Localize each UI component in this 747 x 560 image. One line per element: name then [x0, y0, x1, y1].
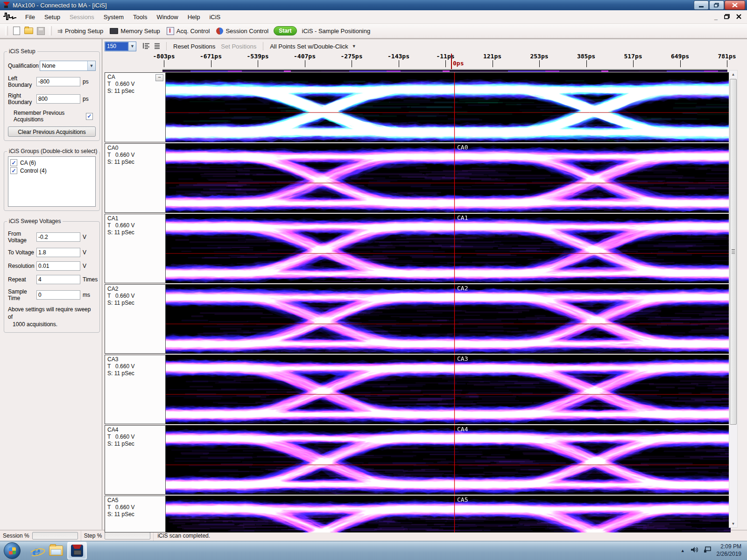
workspace: iCiS Setup Qualification None ▼ Left Bou…: [0, 38, 747, 530]
sweep-row-input[interactable]: [36, 248, 80, 257]
axis-tick-label: -539ps: [247, 53, 269, 60]
eye-diagram-ca1[interactable]: [166, 214, 731, 283]
scrollbar-track[interactable]: [729, 78, 737, 520]
menu-item-sessions[interactable]: Sessions: [65, 12, 99, 22]
list-icon[interactable]: [154, 42, 161, 50]
sweep-note: Above settings will require sweep of 100…: [8, 306, 96, 329]
internet-explorer-icon[interactable]: e: [26, 542, 45, 559]
axis-tick-label: 385ps: [577, 53, 595, 60]
channel-row-ca2: CA2T 0.660 VS: 11 pSec: [105, 284, 747, 354]
menu-item-tools[interactable]: Tools: [128, 12, 152, 22]
align-left-list-icon[interactable]: [143, 42, 150, 50]
remember-acquisitions-label: Remember Previous Acquisitions: [14, 110, 83, 123]
file-explorer-icon[interactable]: [47, 542, 65, 559]
remember-acquisitions-checkbox[interactable]: ✓: [86, 113, 93, 120]
new-file-icon[interactable]: [12, 26, 21, 35]
channel-sample-time: S: 11 pSec: [107, 159, 164, 165]
start-orb[interactable]: [4, 542, 21, 559]
start-button[interactable]: Start: [274, 26, 296, 35]
tray-expand-icon[interactable]: ▲: [681, 548, 685, 553]
volume-icon[interactable]: [691, 546, 698, 555]
menu-item-icis[interactable]: iCiS: [204, 12, 225, 22]
max100-app-icon[interactable]: [67, 542, 87, 560]
sweep-row-input[interactable]: [36, 290, 80, 300]
open-file-icon[interactable]: [24, 26, 33, 35]
channel-name: CA5: [107, 497, 164, 504]
sweep-row-input[interactable]: [36, 275, 80, 284]
memory-setup-button[interactable]: Memory Setup: [106, 26, 163, 36]
channel-name: CA2: [107, 286, 164, 292]
minimize-button[interactable]: [694, 0, 709, 10]
taskbar-clock[interactable]: 2:09 PM 2/26/2019: [717, 543, 741, 558]
time-cursor[interactable]: [451, 54, 452, 69]
eye-diagram-ca[interactable]: [166, 72, 731, 142]
group-checkbox[interactable]: ✓: [10, 167, 17, 174]
eye-diagram-ca0[interactable]: [166, 143, 731, 213]
left-boundary-input[interactable]: [36, 77, 80, 86]
step-progress-label: Step %: [84, 532, 102, 539]
channel-rows: CAT 0.660 VS: 11 pSec−CA0T 0.660 VS: 11 …: [105, 72, 747, 532]
mdi-close-icon[interactable]: [736, 14, 741, 21]
waveform-logo-icon: [3, 12, 17, 22]
mdi-minimize-icon[interactable]: _: [714, 14, 718, 21]
sweep-row-input[interactable]: [36, 232, 80, 242]
group-list-item[interactable]: ✓CA (6): [10, 159, 93, 166]
axis-tick-mark: [586, 60, 587, 67]
sweep-row-unit: V: [83, 263, 96, 269]
chevron-down-icon[interactable]: ▼: [128, 42, 136, 51]
menu-item-file[interactable]: File: [21, 12, 40, 22]
eye-diagram-ca5[interactable]: [166, 496, 731, 532]
eye-diagram-ca4[interactable]: [166, 425, 731, 495]
left-boundary-label: Left Boundary: [8, 75, 36, 88]
probing-setup-button[interactable]: ⇉ Probing Setup: [54, 26, 106, 36]
axis-tick-label: -143ps: [388, 53, 409, 60]
channel-name: CA1: [107, 215, 164, 222]
axis-tick-mark: [164, 60, 164, 67]
group-list-item[interactable]: ✓Control (4): [10, 167, 93, 174]
acq-control-button[interactable]: Acq. Control: [163, 26, 213, 36]
sweep-row-unit: ms: [83, 292, 96, 298]
status-message: iCiS scan completed.: [154, 532, 214, 539]
menu-item-help[interactable]: Help: [183, 12, 205, 22]
menu-item-system[interactable]: System: [99, 12, 128, 22]
menu-item-setup[interactable]: Setup: [40, 12, 65, 22]
collapse-row-button[interactable]: −: [155, 74, 163, 81]
vertical-scrollbar[interactable]: ▲ ▼: [729, 70, 738, 528]
sweep-row-label: To Voltage: [8, 249, 36, 256]
time-axis: -803ps-671ps-539ps-407ps-275ps-143ps-11p…: [162, 52, 747, 69]
sweep-voltages-group: iCiS Sweep Voltages From VoltageVTo Volt…: [4, 221, 100, 333]
window-titlebar: MAx100 - Connected to MA - [iCiS]: [0, 0, 747, 10]
clear-acquisitions-button[interactable]: Clear Previous Acquisitions: [8, 126, 96, 137]
scroll-up-icon[interactable]: ▲: [729, 70, 737, 78]
channel-sample-time: S: 11 pSec: [107, 88, 164, 94]
groups-listbox[interactable]: ✓CA (6)✓Control (4): [8, 156, 96, 207]
sweep-row-label: Sample Time: [8, 288, 36, 301]
axis-tick-mark: [211, 60, 211, 67]
network-icon[interactable]: [704, 546, 711, 555]
channel-sample-time: S: 11 pSec: [107, 370, 164, 377]
qualification-dropdown[interactable]: None ▼: [40, 61, 96, 71]
eye-diagram-ca3[interactable]: [166, 355, 731, 424]
mdi-restore-icon[interactable]: [724, 14, 730, 21]
probe-icon: ⇉: [57, 28, 63, 35]
scrollbar-thumb[interactable]: [730, 79, 737, 425]
all-points-dropdown[interactable]: All Points Set w/Double-Click ▼: [267, 42, 359, 51]
set-positions-button[interactable]: Set Positions: [218, 42, 259, 51]
menu-item-window[interactable]: Window: [152, 12, 183, 22]
icis-groups-group: iCiS Groups (Double-click to select) ✓CA…: [4, 151, 100, 211]
restore-button[interactable]: [709, 0, 724, 10]
chevron-down-icon[interactable]: ▼: [87, 61, 95, 70]
eye-diagram-ca2[interactable]: [166, 284, 731, 354]
close-button[interactable]: [725, 0, 745, 10]
scroll-down-icon[interactable]: ▼: [729, 520, 737, 527]
save-file-icon[interactable]: [36, 26, 45, 35]
session-control-button[interactable]: Session Control: [213, 26, 272, 36]
app-logo-icon: [3, 2, 10, 8]
right-boundary-input[interactable]: [36, 94, 80, 104]
group-checkbox[interactable]: ✓: [10, 159, 17, 166]
channel-name: CA0: [107, 145, 164, 151]
reset-positions-button[interactable]: Reset Positions: [170, 42, 218, 51]
zoom-combobox[interactable]: 150 ▼: [105, 42, 136, 51]
channel-row-ca4: CA4T 0.660 VS: 11 pSec: [105, 425, 747, 495]
sweep-row-input[interactable]: [36, 261, 80, 271]
